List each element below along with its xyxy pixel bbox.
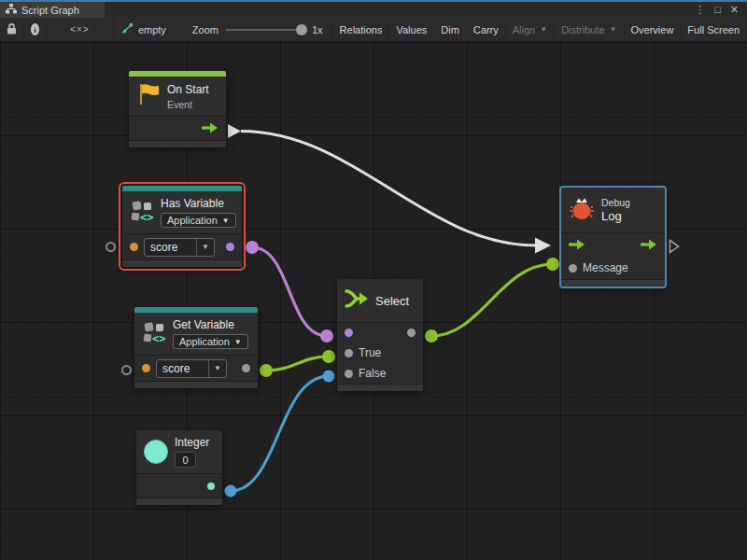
node-footer [136, 497, 222, 505]
node-subtitle: Event [167, 99, 209, 110]
node-get-variable[interactable]: <> Get Variable Application ▼ score ▼ [134, 307, 258, 388]
distribute-label: Distribute [561, 24, 604, 35]
node-footer [561, 279, 665, 287]
message-input-port[interactable] [569, 264, 577, 273]
integer-header: Integer 0 [136, 430, 222, 473]
relations-label: Relations [340, 24, 383, 35]
node-title: Select [375, 294, 409, 308]
get-variable-header: <> Get Variable Application ▼ [134, 313, 258, 355]
maximize-icon[interactable]: □ [714, 5, 721, 15]
svg-text:<>: <> [140, 211, 153, 223]
graph-pointer-icon [120, 22, 134, 36]
has-variable-port-row: score ▼ [122, 233, 242, 259]
fullscreen-button[interactable]: Full Screen [681, 18, 747, 41]
node-select[interactable]: Select True False [337, 279, 423, 391]
align-dropdown[interactable]: Align ▼ [506, 18, 555, 41]
node-footer [337, 384, 423, 391]
variables-icon: <> [142, 320, 166, 348]
info-icon: i [31, 23, 39, 35]
variable-name-value: score [157, 360, 208, 377]
node-has-variable[interactable]: <> Has Variable Application ▼ score ▼ [122, 186, 242, 267]
graph-canvas[interactable]: On Start Event [0, 42, 747, 560]
select-true-row: True [337, 343, 423, 363]
tab-script-graph[interactable]: Script Graph [0, 2, 105, 18]
on-start-header: On Start Event [129, 77, 226, 116]
dim-label: Dim [441, 24, 459, 35]
scope-value: Application [179, 336, 230, 347]
flow-output-port[interactable] [202, 120, 218, 137]
variable-name-dropdown[interactable]: score ▼ [156, 359, 227, 378]
integer-output-port[interactable] [207, 483, 215, 490]
inspect-button[interactable]: i [24, 18, 47, 41]
variable-name-dropdown[interactable]: score ▼ [144, 238, 215, 257]
svg-text:<>: <> [152, 332, 165, 344]
flag-icon [136, 82, 161, 110]
node-integer[interactable]: Integer 0 [136, 430, 222, 505]
node-on-start[interactable]: On Start Event [129, 71, 226, 147]
chevron-down-icon: ▼ [540, 25, 547, 34]
bool-output-port[interactable] [226, 243, 234, 251]
zoom-value: 1x [312, 24, 323, 35]
overview-button[interactable]: Overview [625, 18, 682, 41]
variable-scope-dropdown[interactable]: Application ▼ [173, 334, 248, 349]
unconnected-port-indicator[interactable] [121, 365, 132, 375]
distribute-dropdown[interactable]: Distribute ▼ [555, 18, 624, 41]
values-toggle[interactable]: Values [389, 18, 434, 41]
integer-output-row [136, 473, 222, 497]
zoom-label: Zoom [192, 24, 218, 35]
node-surtitle: Debug [601, 197, 630, 208]
has-variable-header: <> Has Variable Application ▼ [122, 191, 242, 233]
bug-icon [569, 195, 595, 225]
flow-input-port[interactable] [569, 237, 585, 254]
close-icon[interactable]: ✕ [730, 5, 739, 15]
zoom-control: Zoom 1x [168, 18, 333, 41]
lock-button[interactable] [0, 18, 24, 41]
debug-log-header: Debug Log [561, 188, 665, 232]
flow-output-port[interactable] [641, 237, 657, 254]
zoom-slider-knob[interactable] [296, 24, 307, 35]
node-title: Has Variable [161, 197, 236, 210]
chevron-down-icon: ▼ [222, 217, 230, 225]
on-start-output-row [129, 116, 226, 140]
node-title: On Start [167, 83, 209, 96]
zoom-slider[interactable] [226, 29, 304, 31]
connection-select-to-log-message[interactable] [425, 258, 559, 343]
dim-toggle[interactable]: Dim [434, 18, 467, 41]
graph-pointer-indicator: empty [114, 18, 168, 41]
node-title: Get Variable [173, 318, 248, 331]
menu-icon[interactable]: ⋮ [695, 5, 705, 15]
connection-onstart-to-log[interactable] [228, 124, 551, 254]
true-input-port[interactable] [345, 349, 353, 357]
unconnected-port-indicator[interactable] [106, 242, 116, 252]
node-footer [129, 140, 226, 147]
chevron-down-icon: ▼ [208, 360, 226, 377]
node-title: Integer [175, 436, 209, 449]
select-header: Select [337, 279, 423, 322]
unconnected-flow-indicator[interactable] [669, 239, 680, 258]
carry-toggle[interactable]: Carry [467, 18, 506, 41]
connection-integer-to-select-false[interactable] [225, 371, 335, 497]
graph-hierarchy-icon [6, 4, 17, 16]
connection-hasvariable-to-select[interactable] [246, 241, 333, 343]
false-input-port[interactable] [345, 370, 353, 378]
selection-output-port[interactable] [407, 329, 416, 337]
code-icon: <×> [70, 24, 90, 35]
variable-name-value: score [145, 239, 196, 256]
condition-input-port[interactable] [345, 329, 353, 337]
fullscreen-label: Full Screen [687, 24, 740, 35]
message-port-label: Message [583, 261, 628, 274]
name-input-port[interactable] [142, 364, 150, 372]
select-condition-row [337, 322, 423, 343]
name-input-port[interactable] [130, 243, 138, 251]
false-port-label: False [359, 367, 386, 380]
integer-value-field[interactable]: 0 [175, 452, 196, 468]
variable-scope-dropdown[interactable]: Application ▼ [161, 213, 236, 228]
debug-log-flow-row [561, 232, 665, 257]
node-debug-log[interactable]: Debug Log [561, 188, 665, 287]
value-output-port[interactable] [242, 364, 250, 372]
relations-toggle[interactable]: Relations [333, 18, 390, 41]
code-preview-button[interactable]: <×> [47, 18, 114, 41]
select-icon [345, 288, 369, 313]
variables-icon: <> [130, 199, 154, 227]
node-footer [122, 259, 242, 267]
